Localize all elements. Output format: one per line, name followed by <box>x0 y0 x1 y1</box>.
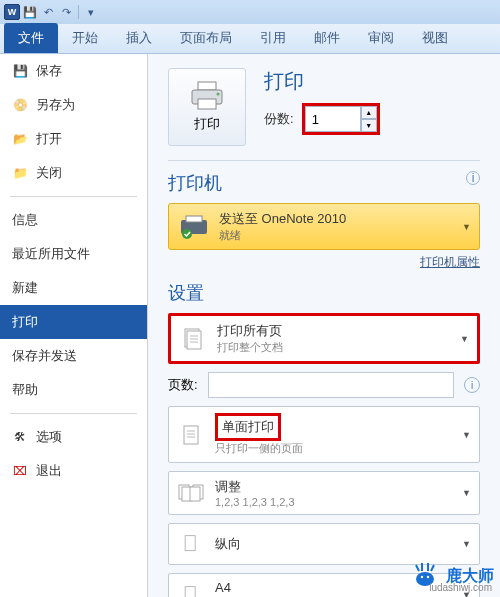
tab-view[interactable]: 视图 <box>408 23 462 53</box>
tab-file[interactable]: 文件 <box>4 23 58 53</box>
printer-name: 发送至 OneNote 2010 <box>219 210 346 228</box>
chevron-down-icon: ▼ <box>462 222 471 232</box>
backstage-main: 打印 打印 份数: ▲ ▼ i 打印机 <box>148 54 500 597</box>
printer-select[interactable]: 发送至 OneNote 2010 就绪 ▼ <box>168 203 480 250</box>
svg-rect-5 <box>186 216 202 222</box>
watermark-url: ludashiwj.com <box>429 582 492 593</box>
tab-insert[interactable]: 插入 <box>112 23 166 53</box>
duplex-desc: 只打印一侧的页面 <box>215 441 303 456</box>
printer-info-icon[interactable]: i <box>466 171 480 185</box>
sidebar-item-label: 另存为 <box>36 96 75 114</box>
chevron-down-icon: ▼ <box>462 488 471 498</box>
tab-home[interactable]: 开始 <box>58 23 112 53</box>
collate-icon <box>177 479 205 507</box>
sidebar-item-close[interactable]: 📁 关闭 <box>0 156 147 190</box>
svg-rect-20 <box>185 536 195 551</box>
sidebar-item-save[interactable]: 💾 保存 <box>0 54 147 88</box>
duplex-label: 单面打印 <box>222 419 274 434</box>
copies-input[interactable] <box>305 106 361 132</box>
save-qat-icon[interactable]: 💾 <box>22 4 38 20</box>
svg-rect-12 <box>184 426 198 444</box>
pages-input[interactable] <box>208 372 454 398</box>
scope-desc: 打印整个文档 <box>217 340 283 355</box>
orientation-label: 纵向 <box>215 535 241 553</box>
sidebar-item-label: 打开 <box>36 130 62 148</box>
collate-label: 调整 <box>215 478 295 496</box>
sidebar-item-options[interactable]: 🛠 选项 <box>0 420 147 454</box>
paper-label: A4 <box>215 580 310 595</box>
sidebar-item-info[interactable]: 信息 <box>0 203 147 237</box>
collate-desc: 1,2,3 1,2,3 1,2,3 <box>215 496 295 508</box>
duplex-select[interactable]: 单面打印 只打印一侧的页面 ▼ <box>168 406 480 463</box>
print-button-label: 打印 <box>194 115 220 133</box>
close-icon: 📁 <box>12 165 28 181</box>
backstage-sidebar: 💾 保存 📀 另存为 📂 打开 📁 关闭 信息 最近所用文件 新建 打印 保存并… <box>0 54 148 597</box>
pages-info-icon[interactable]: i <box>464 377 480 393</box>
undo-qat-icon[interactable]: ↶ <box>40 4 56 20</box>
title-bar: W 💾 ↶ ↷ ▾ <box>0 0 500 24</box>
printer-section-title: 打印机 <box>168 171 480 195</box>
sidebar-item-recent[interactable]: 最近所用文件 <box>0 237 147 271</box>
svg-point-23 <box>421 576 423 578</box>
sidebar-item-print[interactable]: 打印 <box>0 305 147 339</box>
chevron-down-icon: ▼ <box>460 334 469 344</box>
sidebar-item-exit[interactable]: ⌧ 退出 <box>0 454 147 488</box>
sidebar-item-label: 退出 <box>36 462 62 480</box>
svg-point-24 <box>427 576 429 578</box>
svg-rect-0 <box>198 82 216 90</box>
watermark: 鹿大师 ludashiwj.com <box>410 561 494 591</box>
svg-point-6 <box>182 229 192 239</box>
tab-review[interactable]: 审阅 <box>354 23 408 53</box>
app-icon: W <box>4 4 20 20</box>
copies-label: 份数: <box>264 110 294 128</box>
settings-title: 设置 <box>168 281 480 305</box>
sidebar-item-saveas[interactable]: 📀 另存为 <box>0 88 147 122</box>
save-icon: 💾 <box>12 63 28 79</box>
printer-properties-link[interactable]: 打印机属性 <box>168 254 480 271</box>
copies-spin-down[interactable]: ▼ <box>361 119 377 132</box>
print-scope-select[interactable]: 打印所有页 打印整个文档 ▼ <box>168 313 480 364</box>
copies-highlight: ▲ ▼ <box>302 103 380 135</box>
tab-references[interactable]: 引用 <box>246 23 300 53</box>
sidebar-item-label: 选项 <box>36 428 62 446</box>
pages-label: 页数: <box>168 376 198 394</box>
sidebar-item-share[interactable]: 保存并发送 <box>0 339 147 373</box>
qat-dropdown-icon[interactable]: ▾ <box>83 4 99 20</box>
exit-icon: ⌧ <box>12 463 28 479</box>
printer-device-icon <box>179 214 209 240</box>
chevron-down-icon: ▼ <box>462 430 471 440</box>
sidebar-item-label: 保存 <box>36 62 62 80</box>
svg-point-3 <box>217 93 220 96</box>
tab-mailings[interactable]: 邮件 <box>300 23 354 53</box>
tab-layout[interactable]: 页面布局 <box>166 23 246 53</box>
svg-rect-2 <box>198 99 216 109</box>
svg-rect-21 <box>185 587 195 597</box>
sidebar-item-new[interactable]: 新建 <box>0 271 147 305</box>
collate-select[interactable]: 调整 1,2,3 1,2,3 1,2,3 ▼ <box>168 471 480 515</box>
options-icon: 🛠 <box>12 429 28 445</box>
orientation-select[interactable]: 纵向 ▼ <box>168 523 480 565</box>
svg-rect-8 <box>187 331 201 349</box>
portrait-icon <box>177 530 205 558</box>
chevron-down-icon: ▼ <box>462 539 471 549</box>
document-icon <box>179 325 207 353</box>
duplex-highlight: 单面打印 <box>215 413 281 441</box>
print-button[interactable]: 打印 <box>168 68 246 146</box>
sidebar-item-open[interactable]: 📂 打开 <box>0 122 147 156</box>
sidebar-item-label: 关闭 <box>36 164 62 182</box>
saveas-icon: 📀 <box>12 97 28 113</box>
redo-qat-icon[interactable]: ↷ <box>58 4 74 20</box>
sidebar-item-help[interactable]: 帮助 <box>0 373 147 407</box>
paper-icon <box>177 581 205 597</box>
printer-status: 就绪 <box>219 228 346 243</box>
single-page-icon <box>177 421 205 449</box>
ribbon-tabs: 文件 开始 插入 页面布局 引用 邮件 审阅 视图 <box>0 24 500 54</box>
copies-spin-up[interactable]: ▲ <box>361 106 377 119</box>
svg-rect-19 <box>190 487 200 501</box>
open-icon: 📂 <box>12 131 28 147</box>
scope-label: 打印所有页 <box>217 322 283 340</box>
print-title: 打印 <box>264 68 380 95</box>
printer-icon <box>189 81 225 111</box>
